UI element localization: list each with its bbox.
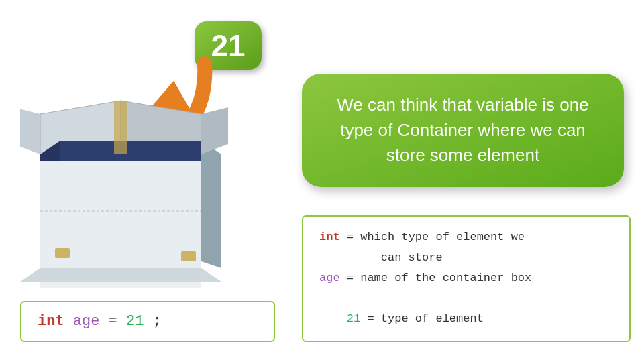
right-int-keyword: int: [319, 231, 340, 243]
right-line3-rest: = name of the container box: [340, 272, 532, 284]
semicolon: ;: [144, 313, 161, 330]
svg-rect-16: [181, 251, 196, 261]
int-keyword: int: [38, 313, 64, 330]
right-line4-rest: = type of element: [360, 312, 484, 325]
svg-marker-12: [60, 141, 201, 161]
right-value-21: 21: [319, 312, 360, 325]
equals: =: [99, 313, 126, 330]
value-21: 21: [126, 313, 144, 330]
svg-rect-15: [55, 248, 70, 258]
svg-marker-7: [20, 268, 221, 282]
code-box-right: int = which type of element we can store…: [302, 215, 631, 342]
svg-marker-14: [114, 101, 127, 154]
code-box-left: int age = 21 ;: [20, 301, 275, 342]
description-bubble: We can think that variable is one type o…: [302, 74, 624, 187]
right-age-keyword: age: [319, 272, 340, 284]
age-keyword: age: [73, 313, 100, 330]
svg-marker-4: [201, 141, 221, 268]
space1: [64, 313, 73, 330]
bubble-text: We can think that variable is one type o…: [323, 93, 602, 168]
right-line1-rest: = which type of element we: [340, 231, 525, 243]
right-line2: can store: [319, 251, 443, 264]
svg-marker-10: [20, 107, 40, 154]
svg-marker-11: [201, 107, 228, 154]
box-illustration: [20, 87, 241, 288]
